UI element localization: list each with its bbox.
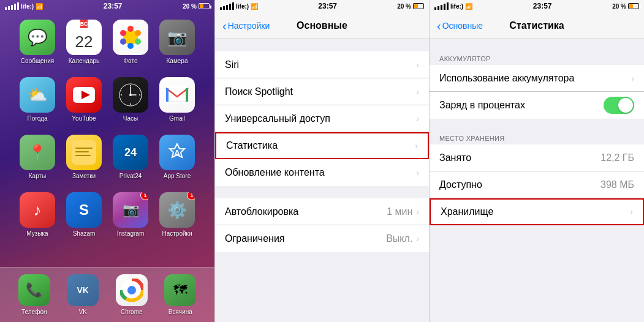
app-icon-calendar[interactable]: ВС 22 xyxy=(66,20,102,55)
stats-row-battery-usage[interactable]: Использование аккумулятора › xyxy=(430,65,644,92)
app-icon-youtube[interactable] xyxy=(66,77,102,113)
sbar4-3 xyxy=(444,4,445,10)
settings-row-autolock[interactable]: Автоблокировка 1 мин › xyxy=(215,198,429,225)
nav-back-button-stats[interactable]: ‹ Основные xyxy=(437,20,483,32)
dock-vsyachina[interactable]: 🗺 Всячина xyxy=(164,274,196,315)
app-settings[interactable]: 1 ⚙️ Настройки xyxy=(155,192,199,247)
app-icon-settings[interactable]: 1 ⚙️ xyxy=(159,192,195,228)
app-weather[interactable]: ⛅ Погода xyxy=(15,77,59,132)
app-calendar[interactable]: ВС 22 Календарь xyxy=(62,20,106,75)
svg-text:A: A xyxy=(174,148,180,158)
app-music[interactable]: ♪ Музыка xyxy=(15,192,59,247)
app-shazam[interactable]: S Shazam xyxy=(62,192,106,247)
dock-chrome-icon[interactable] xyxy=(116,274,148,306)
row-value-accessibility: › xyxy=(416,114,419,124)
dock-vk[interactable]: VK VK xyxy=(67,274,99,315)
settings-row-siri[interactable]: Siri › xyxy=(215,51,429,78)
shazam-label: S xyxy=(79,201,89,219)
nav-bar-stats: ‹ Основные Статистика xyxy=(430,12,644,39)
bar5 xyxy=(17,2,19,10)
app-camera[interactable]: 📷 Камера xyxy=(155,20,199,75)
svg-rect-23 xyxy=(75,155,91,156)
app-label-instagram: Instagram xyxy=(117,230,144,237)
app-label-photos: Фото xyxy=(124,58,138,64)
chrome-svg xyxy=(120,279,143,302)
svg-point-14 xyxy=(130,103,131,105)
app-icon-messages[interactable]: 💬 xyxy=(20,20,55,55)
row-label-used: Занято xyxy=(439,152,471,163)
row-label-free: Доступно xyxy=(439,179,482,190)
app-maps[interactable]: 📍 Карты xyxy=(15,135,59,190)
stats-row-battery-pct[interactable]: Заряд в процентах xyxy=(430,92,644,119)
app-instagram[interactable]: 1 📷 Instagram xyxy=(108,192,153,247)
settings-row-accessibility[interactable]: Универсальный доступ › xyxy=(215,105,429,132)
weather-icon: ⛅ xyxy=(28,86,47,105)
dock-phone[interactable]: 📞 Телефон xyxy=(18,274,50,315)
settings-row-statistics[interactable]: Статистика › xyxy=(215,132,429,159)
app-icon-maps[interactable]: 📍 xyxy=(20,135,55,170)
row-label-battery-usage: Использование аккумулятора xyxy=(439,73,574,84)
app-notes[interactable]: Заметки xyxy=(62,135,106,190)
settings-row-spotlight[interactable]: Поиск Spotlight › xyxy=(215,78,429,105)
dock-phone-icon[interactable]: 📞 xyxy=(18,274,50,306)
settings-section-3: Обновление контента › xyxy=(215,159,429,186)
app-icon-weather[interactable]: ⛅ xyxy=(20,77,55,113)
app-messages[interactable]: 💬 Сообщения xyxy=(15,20,59,75)
app-photos[interactable]: Фото xyxy=(108,20,153,75)
sbar4 xyxy=(229,4,231,10)
free-value: 398 МБ xyxy=(600,179,634,190)
chevron-spotlight: › xyxy=(416,87,419,97)
app-appstore[interactable]: A App Store xyxy=(155,135,199,190)
app-icon-privat24[interactable]: 24 xyxy=(113,135,148,170)
signal-left: life:) 📶 xyxy=(5,2,43,10)
app-grid: 💬 Сообщения ВС 22 Календарь xyxy=(0,12,214,190)
time-display-2: 23:57 xyxy=(318,2,337,10)
panel-settings: life:) 📶 23:57 20 % ‹ Настройки Основные… xyxy=(214,0,429,322)
row-value-content-update: › xyxy=(416,168,419,178)
app-gmail[interactable]: Gmail xyxy=(155,77,199,132)
signal-bars-3 xyxy=(434,2,449,10)
sbar1 xyxy=(220,7,222,10)
battery-section-header: АККУМУЛЯТОР xyxy=(430,51,644,65)
dock-vsyachina-icon[interactable]: 🗺 xyxy=(164,274,196,306)
app-icon-photos[interactable] xyxy=(113,20,148,55)
app-icon-instagram[interactable]: 1 📷 xyxy=(113,192,148,228)
battery-section-group: АККУМУЛЯТОР Использование аккумулятора ›… xyxy=(430,51,644,119)
nav-back-button[interactable]: ‹ Настройки xyxy=(222,20,270,32)
battery-pct-toggle[interactable] xyxy=(604,97,634,114)
chevron-storage: › xyxy=(630,207,633,217)
app-icon-appstore[interactable]: A xyxy=(159,135,195,170)
app-icon-notes[interactable] xyxy=(66,135,102,170)
battery-indicator xyxy=(199,3,210,9)
app-label-music: Музыка xyxy=(26,230,48,237)
stats-row-storage[interactable]: Хранилище › xyxy=(430,198,644,225)
settings-row-content-update[interactable]: Обновление контента › xyxy=(215,159,429,186)
wifi-icon-2: 📶 xyxy=(251,3,258,10)
nav-title-settings: Основные xyxy=(297,20,347,31)
instagram-badge: 1 xyxy=(140,192,148,200)
app-privat24[interactable]: 24 Privat24 xyxy=(108,135,153,190)
app-youtube[interactable]: YouTube xyxy=(62,77,106,132)
dock-chrome[interactable]: Chrome xyxy=(116,274,148,315)
storage-section-group: МЕСТО ХРАНЕНИЯ Занято 12,2 ГБ Доступно 3… xyxy=(430,131,644,225)
app-icon-shazam[interactable]: S xyxy=(66,192,102,228)
battery-indicator-3 xyxy=(628,3,639,9)
svg-rect-21 xyxy=(75,148,93,149)
svg-point-1 xyxy=(127,26,134,32)
app-clock[interactable]: Часы xyxy=(108,77,153,132)
settings-row-restrictions[interactable]: Ограничения Выкл. › xyxy=(215,225,429,252)
nav-back-label-stats: Основные xyxy=(442,21,483,31)
nav-back-label: Настройки xyxy=(228,21,270,31)
dock-vk-label: VK xyxy=(79,309,87,315)
dock-vk-icon[interactable]: VK xyxy=(67,274,99,306)
app-label-notes: Заметки xyxy=(72,173,96,179)
app-icon-music[interactable]: ♪ xyxy=(20,192,55,228)
app-icon-gmail[interactable] xyxy=(159,77,195,113)
row-value-used: 12,2 ГБ xyxy=(600,152,634,163)
used-value: 12,2 ГБ xyxy=(600,152,634,163)
restrictions-value: Выкл. xyxy=(386,233,412,244)
app-icon-clock[interactable] xyxy=(113,77,148,113)
wifi-icon: 📶 xyxy=(36,3,43,10)
app-label-weather: Погода xyxy=(28,115,48,122)
app-icon-camera[interactable]: 📷 xyxy=(159,20,195,55)
